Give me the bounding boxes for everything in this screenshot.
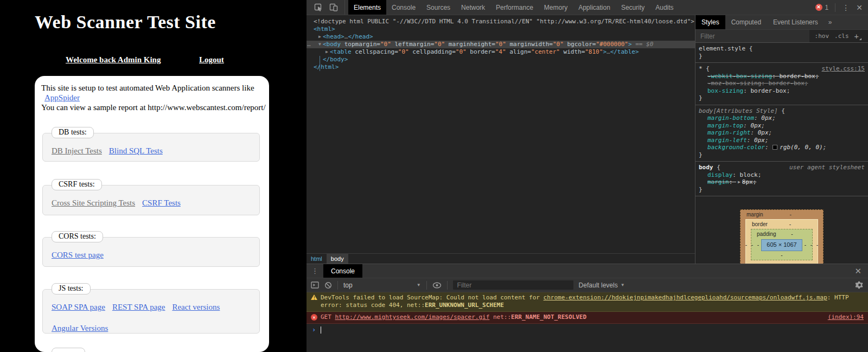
sidebar-tab-computed[interactable]: Computed xyxy=(725,15,767,29)
dom-tree-node[interactable]: </html> xyxy=(307,63,695,71)
right-value[interactable]: - xyxy=(808,241,814,249)
test-link[interactable]: Angular Versions xyxy=(52,324,108,333)
tab-application[interactable]: Application xyxy=(573,0,616,15)
expand-arrow-icon[interactable]: ▼ xyxy=(317,41,323,48)
more-options-icon[interactable]: ⋮ xyxy=(842,3,850,12)
stylesheet-origin: user agent stylesheet xyxy=(789,164,865,171)
expand-arrow-icon[interactable]: ▶ xyxy=(317,33,323,41)
margin-label-row: margin- xyxy=(745,210,818,219)
drawer-menu-icon[interactable]: ⋮ xyxy=(307,264,323,278)
error-source-location-link[interactable]: (index):94 xyxy=(821,313,864,321)
test-link[interactable]: DB Inject Tests xyxy=(52,146,102,156)
breadcrumb-body[interactable]: body xyxy=(327,254,348,264)
left-value[interactable]: - xyxy=(743,241,749,249)
left-value[interactable]: - xyxy=(755,241,761,249)
css-declaration[interactable]: -webkit-box-sizing: border-box; xyxy=(699,73,865,80)
style-rule: body[Attributes Style] {margin-bottom: 0… xyxy=(695,105,868,162)
test-link[interactable]: SOAP SPA page xyxy=(52,303,105,312)
css-declaration[interactable]: display: block; xyxy=(699,171,865,179)
elements-panel: <!doctype html PUBLIC "-//W3C//DTD HTML … xyxy=(307,15,695,264)
box-model-margin[interactable]: margin-border-padding----605 × 1067-----… xyxy=(740,209,824,264)
dom-tree-node[interactable]: ▶<table cellspacing="0" cellpadding="0" … xyxy=(307,48,695,56)
toggle-cls[interactable]: .cls xyxy=(834,33,849,40)
execution-context-selector[interactable]: top ▼ xyxy=(343,281,421,289)
console-settings-icon[interactable] xyxy=(856,281,864,289)
box-model-border[interactable]: border-padding----605 × 1067----- xyxy=(745,219,818,264)
color-swatch[interactable] xyxy=(773,145,777,150)
rule-selector-line: user agent stylesheetbody { xyxy=(699,164,865,171)
test-link[interactable]: CORS test page xyxy=(52,251,104,260)
css-declaration[interactable]: margin-right: 0px; xyxy=(699,129,865,137)
tab-audits[interactable]: Audits xyxy=(650,0,679,15)
box-model-padding[interactable]: padding----605 × 1067---- xyxy=(751,229,813,260)
padding-top-value[interactable]: - xyxy=(776,231,808,238)
right-value[interactable]: - xyxy=(814,241,820,249)
console-filter-input[interactable]: Filter xyxy=(453,280,573,290)
tab-network[interactable]: Network xyxy=(456,0,490,15)
css-declaration[interactable]: margin-bottom: 0px; xyxy=(699,114,865,122)
error-count: 1 xyxy=(825,4,829,11)
padding-bottom-value[interactable]: - xyxy=(756,252,808,260)
sidebar-tab-event-listeners[interactable]: Event Listeners xyxy=(767,15,824,29)
close-drawer-icon[interactable]: ✕ xyxy=(848,264,868,278)
inspect-element-icon[interactable] xyxy=(314,3,323,12)
close-devtools-icon[interactable]: ✕ xyxy=(856,3,863,12)
margin-top-value[interactable]: - xyxy=(763,211,818,219)
logout-link[interactable]: Logout xyxy=(199,55,224,65)
chevron-down-icon: ▼ xyxy=(621,283,625,287)
dom-tree-node[interactable]: …▼<body topmargin="0" leftmargin="0" mar… xyxy=(307,41,695,48)
styles-rules: element.style {}style.css:15* {-webkit-b… xyxy=(695,43,868,264)
tab-elements[interactable]: Elements xyxy=(348,0,386,15)
dom-tree-node[interactable]: </body> xyxy=(307,56,695,63)
styles-filter-input[interactable]: Filter xyxy=(695,30,809,42)
tab-security[interactable]: Security xyxy=(616,0,650,15)
appspider-link[interactable]: AppSpider xyxy=(44,93,80,102)
css-property: background-color xyxy=(707,144,765,151)
prompt-chevron-icon: › xyxy=(312,326,316,334)
css-declaration[interactable]: background-color: rgb(0, 0, 0); xyxy=(699,144,865,151)
device-toolbar-icon[interactable] xyxy=(329,3,338,11)
devtools-tabs: ElementsConsoleSourcesNetworkPerformance… xyxy=(348,0,679,15)
expand-arrow-icon[interactable]: ▶ xyxy=(324,48,330,56)
dom-tree-node[interactable]: ▶<head>…</head> xyxy=(307,33,695,41)
console-tab[interactable]: Console xyxy=(323,264,362,278)
test-link[interactable]: React versions xyxy=(172,303,220,312)
box-model-content[interactable]: 605 × 1067 xyxy=(761,239,802,251)
test-link[interactable]: REST SPA page xyxy=(112,303,165,312)
css-declaration[interactable]: margin: ▶8px; xyxy=(699,178,865,186)
test-link[interactable]: Blind SQL Tests xyxy=(109,146,163,156)
error-url-link[interactable]: http://www.mightyseek.com/images/spacer.… xyxy=(335,313,490,321)
border-top-value[interactable]: - xyxy=(768,221,813,228)
dom-tree-node[interactable]: <html> xyxy=(307,25,695,33)
error-method: GET xyxy=(321,313,335,321)
tab-console[interactable]: Console xyxy=(386,0,421,15)
console-sidebar-toggle-icon[interactable] xyxy=(311,281,319,289)
shorthand-expand-icon[interactable]: ▶ xyxy=(736,178,742,186)
fieldset-legend: DB tests: xyxy=(52,127,94,138)
welcome-link[interactable]: Welcome back Admin King xyxy=(66,55,161,65)
css-declaration[interactable]: box-sizing: border-box; xyxy=(699,87,865,95)
right-value[interactable]: - xyxy=(802,241,808,249)
tab-memory[interactable]: Memory xyxy=(539,0,573,15)
css-declaration[interactable]: margin-top: 0px; xyxy=(699,122,865,130)
console-prompt[interactable]: › xyxy=(307,324,868,335)
toggle-hov[interactable]: :hov xyxy=(815,33,829,40)
sidebar-tab-styles[interactable]: Styles xyxy=(695,15,725,29)
new-style-rule-button[interactable]: + xyxy=(854,32,861,41)
test-link[interactable]: CSRF Tests xyxy=(142,199,181,208)
clear-console-icon[interactable] xyxy=(324,281,332,289)
log-levels-dropdown[interactable]: Default levels ▼ xyxy=(579,281,625,289)
dom-tree-node[interactable]: <!doctype html PUBLIC "-//W3C//DTD HTML … xyxy=(307,18,695,25)
error-count-badge[interactable]: ✕ 1 xyxy=(815,4,829,11)
tab-performance[interactable]: Performance xyxy=(490,0,539,15)
css-declaration[interactable]: margin-left: 0px; xyxy=(699,137,865,144)
sidebar-tabs-overflow-icon[interactable]: » xyxy=(824,15,837,29)
css-declaration[interactable]: -moz-box-sizing: border-box; xyxy=(699,80,865,87)
breadcrumb-html[interactable]: html xyxy=(307,254,327,264)
live-expression-icon[interactable] xyxy=(432,282,442,289)
left-value[interactable]: - xyxy=(749,241,755,249)
stylesheet-link[interactable]: style.css:15 xyxy=(822,65,865,73)
tab-sources[interactable]: Sources xyxy=(421,0,456,15)
test-link[interactable]: Cross Site Scripting Tests xyxy=(52,199,135,208)
warning-sourcemap-link[interactable]: chrome-extension://hdokiejnpimakedhajhdl… xyxy=(544,294,827,301)
